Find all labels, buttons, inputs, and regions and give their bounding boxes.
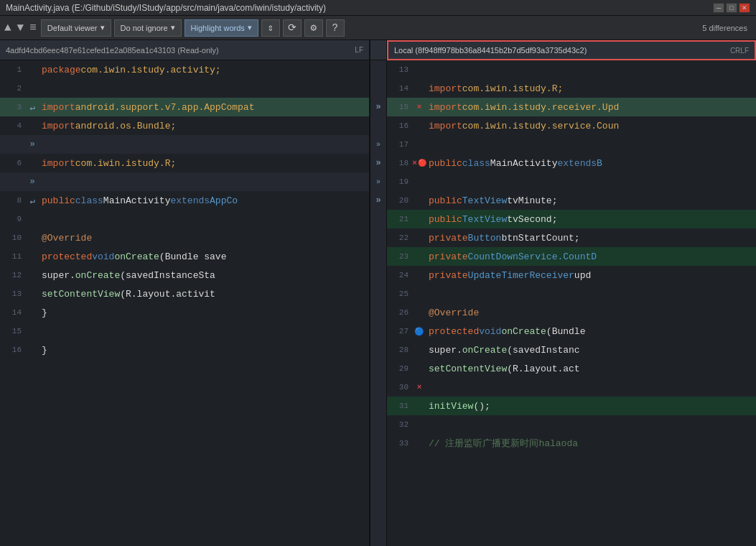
toolbar: ▲ ▼ ≡ Default viewer ▾ Do not ignore ▾ H… [0, 16, 756, 40]
right-line-29: 29 setContentView(R.layout.act [387, 359, 756, 378]
right-line-26: 26 @Override [387, 303, 756, 322]
right-gutter-32 [413, 415, 426, 434]
right-line-19: 19 [387, 172, 756, 191]
right-content-13 [426, 60, 756, 79]
right-line-num-32: 32 [387, 415, 413, 434]
left-content-4: import android.os.Bundle; [39, 116, 369, 135]
help-icon-button[interactable]: ? [326, 19, 345, 37]
left-content-11: protected void onCreate(Bundle save [39, 247, 369, 266]
nav-prev-button[interactable]: ▲ [3, 22, 13, 34]
left-gutter-9 [26, 210, 39, 228]
right-line-num-17: 17 [387, 135, 413, 154]
left-content-8: public class MainActivity extends AppCo [39, 191, 369, 210]
right-line-32: 32 [387, 415, 756, 434]
gutter-13 [370, 284, 386, 303]
left-gutter-10 [26, 228, 39, 247]
right-gutter-23 [413, 247, 426, 266]
right-file-hash: Local (8f948ff978bb36a84415b2b7d5df93a37… [394, 46, 730, 55]
right-content-28: super.onCreate(savedInstanc [426, 341, 756, 359]
left-gutter-11 [26, 247, 39, 266]
right-line-num-18: 18 [387, 154, 413, 172]
sync-icon-button[interactable]: ⟳ [283, 19, 302, 37]
window-controls: ─ □ ✕ [713, 3, 750, 13]
middle-gutter: » » » » » [370, 40, 387, 546]
viewer-dropdown-button[interactable]: Default viewer ▾ [41, 19, 111, 37]
left-content-6: import com.iwin.istudy.R; [39, 154, 369, 172]
right-line-num-14: 14 [387, 79, 413, 98]
right-content-18: public class MainActivity extends B [426, 154, 756, 172]
diff-count: 5 differences [702, 24, 753, 32]
left-line-num-4: 4 [0, 116, 26, 135]
left-line-6: 6 import com.iwin.istudy.R; [0, 154, 369, 172]
left-line-12: 12 super.onCreate(savedInstanceSta [0, 266, 369, 284]
left-code-area[interactable]: 1 package com.iwin.istudy.activity; 2 3 … [0, 60, 369, 546]
nav-next-button[interactable]: ▼ [16, 22, 26, 34]
right-content-31: initView(); [426, 397, 756, 415]
right-line-27: 27 🔵 protected void onCreate(Bundle [387, 322, 756, 341]
right-line-num-15: 15 [387, 98, 413, 116]
left-line-2: 2 [0, 79, 369, 98]
maximize-button[interactable]: □ [726, 3, 737, 13]
right-content-24: private UpdateTimerReceiver upd [426, 266, 756, 284]
right-gutter-21 [413, 210, 426, 228]
right-line-num-30: 30 [387, 378, 413, 397]
left-gutter-14 [26, 303, 39, 322]
gutter-15 [370, 322, 386, 341]
align-icon-button[interactable]: ⇕ [261, 19, 280, 37]
right-line-17: 17 [387, 135, 756, 154]
left-code-lines: 1 package com.iwin.istudy.activity; 2 3 … [0, 60, 369, 546]
close-button[interactable]: ✕ [739, 3, 750, 13]
right-content-25 [426, 284, 756, 303]
left-gutter-2 [26, 79, 39, 98]
left-line-num-11: 11 [0, 247, 26, 266]
right-panel: Local (8f948ff978bb36a84415b2b7d5df93a37… [387, 40, 756, 546]
left-line-10: 10 @Override [0, 228, 369, 247]
left-line-16: 16 } [0, 341, 369, 359]
left-file-hash: 4adfd4cbd6eec487e61cefed1e2a085ea1c43103… [6, 46, 355, 55]
right-content-26: @Override [426, 303, 756, 322]
right-gutter-15: × [413, 98, 426, 116]
left-content-14: } [39, 303, 369, 322]
right-line-23: 23 private CountDownService.CountD [387, 247, 756, 266]
left-line-9: 9 [0, 210, 369, 228]
right-gutter-14 [413, 79, 426, 98]
minimize-button[interactable]: ─ [713, 3, 724, 13]
gutter-4 [370, 116, 386, 135]
nav-list-button[interactable]: ≡ [28, 22, 38, 34]
right-line-num-29: 29 [387, 359, 413, 378]
gutter-10 [370, 228, 386, 247]
right-line-15: 15 × import com.iwin.istudy.receiver.Upd [387, 98, 756, 116]
right-line-16: 16 import com.iwin.istudy.service.Coun [387, 116, 756, 135]
left-line-num-12: 12 [0, 266, 26, 284]
right-line-25: 25 [387, 284, 756, 303]
left-line-7: » [0, 172, 369, 191]
right-content-22: private Button btnStartCount; [426, 228, 756, 247]
right-gutter-29 [413, 359, 426, 378]
gutter-16 [370, 341, 386, 359]
right-gutter-26 [413, 303, 426, 322]
middle-gutter-header [370, 40, 386, 60]
left-line-3: 3 ↵ import android.support.v7.app.AppCom… [0, 98, 369, 116]
left-content-3: import android.support.v7.app.AppCompat [39, 98, 369, 116]
right-code-area[interactable]: 13 14 import com.iwin.istudy.R; 15 × [387, 60, 756, 546]
left-gutter-1 [26, 60, 39, 79]
right-content-32 [426, 415, 756, 434]
gutter-2 [370, 79, 386, 98]
right-content-16: import com.iwin.istudy.service.Coun [426, 116, 756, 135]
right-line-30: 30 × [387, 378, 756, 397]
right-gutter-19 [413, 172, 426, 191]
right-line-24: 24 private UpdateTimerReceiver upd [387, 266, 756, 284]
right-line-num-24: 24 [387, 266, 413, 284]
left-gutter-4 [26, 116, 39, 135]
settings-icon-button[interactable]: ⚙ [304, 19, 323, 37]
highlight-words-button[interactable]: Highlight words ▾ [185, 19, 258, 37]
right-line-13: 13 [387, 60, 756, 79]
right-gutter-18: × 🔴 [413, 154, 426, 172]
ignore-dropdown-button[interactable]: Do not ignore ▾ [114, 19, 182, 37]
highlight-dropdown-arrow: ▾ [248, 23, 252, 32]
left-line-4: 4 import android.os.Bundle; [0, 116, 369, 135]
right-line-num-23: 23 [387, 247, 413, 266]
right-content-29: setContentView(R.layout.act [426, 359, 756, 378]
right-line-num-16: 16 [387, 116, 413, 135]
right-code-lines: 13 14 import com.iwin.istudy.R; 15 × [387, 60, 756, 546]
